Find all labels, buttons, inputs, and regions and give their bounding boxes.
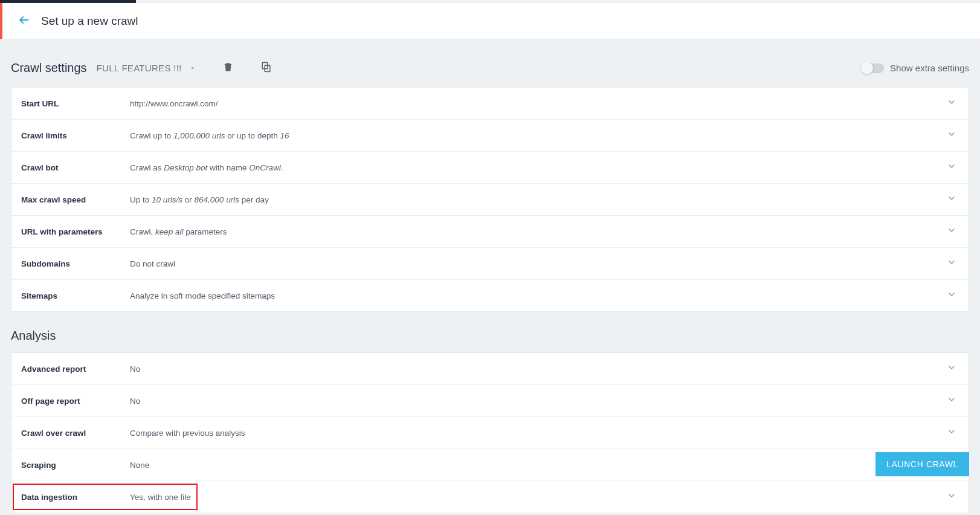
analysis-heading: Analysis	[11, 329, 969, 343]
analysis-row[interactable]: Off page reportNo	[11, 385, 969, 417]
caret-down-icon	[189, 63, 196, 73]
chevron-down-icon	[947, 363, 956, 375]
extra-settings-label: Show extra settings	[890, 63, 969, 73]
chevron-down-icon	[947, 193, 956, 206]
row-value: Up to 10 urls/s or 864,000 urls per day	[130, 195, 947, 204]
chevron-down-icon	[947, 427, 956, 439]
crawl-settings-header: Crawl settings FULL FEATURES !!! Show ex…	[11, 57, 969, 79]
chevron-down-icon	[947, 395, 956, 407]
page-header: Set up a new crawl	[0, 3, 980, 39]
row-value: Crawl as Desktop bot with name OnCrawl.	[130, 163, 947, 172]
row-value: No	[130, 397, 947, 406]
row-value: Analyze in soft mode specified sitemaps	[130, 291, 947, 300]
row-value: Do not crawl	[130, 259, 947, 268]
crawl-settings-row[interactable]: SubdomainsDo not crawl	[11, 248, 969, 280]
row-value: Crawl up to 1,000,000 urls or up to dept…	[130, 131, 947, 140]
chevron-down-icon	[947, 258, 956, 270]
row-label: URL with parameters	[21, 227, 130, 236]
crawl-settings-heading: Crawl settings	[11, 61, 87, 75]
chevron-down-icon	[947, 161, 956, 173]
page-title: Set up a new crawl	[41, 15, 138, 28]
analysis-row[interactable]: Advanced reportNo	[11, 353, 969, 385]
row-label: Subdomains	[21, 259, 130, 268]
chevron-down-icon	[947, 225, 956, 238]
row-label: Data ingestion	[21, 493, 130, 502]
row-label: Crawl over crawl	[21, 429, 130, 438]
row-value: Compare with previous analysis	[130, 429, 947, 438]
chevron-down-icon	[947, 97, 956, 109]
row-label: Start URL	[21, 99, 130, 108]
row-label: Advanced report	[21, 364, 130, 374]
analysis-panel: Advanced reportNoOff page reportNoCrawl …	[11, 352, 969, 513]
launch-crawl-button[interactable]: LAUNCH CRAWL	[875, 452, 969, 476]
extra-settings-toggle[interactable]	[862, 63, 884, 73]
row-value: No	[130, 364, 947, 374]
row-label: Max crawl speed	[21, 195, 130, 204]
back-arrow-icon[interactable]	[18, 14, 30, 28]
crawl-settings-panel: Start URLhttp://www.oncrawl.com/Crawl li…	[11, 87, 969, 312]
crawl-settings-row[interactable]: Crawl botCrawl as Desktop bot with name …	[11, 152, 969, 184]
crawl-settings-row[interactable]: Crawl limitsCrawl up to 1,000,000 urls o…	[11, 120, 969, 152]
analysis-row[interactable]: ScrapingNone	[11, 449, 969, 481]
chevron-down-icon	[947, 290, 956, 302]
trash-icon[interactable]	[219, 57, 237, 79]
crawl-settings-row[interactable]: SitemapsAnalyze in soft mode specified s…	[11, 280, 969, 311]
extra-settings-toggle-group: Show extra settings	[862, 63, 969, 73]
chevron-down-icon	[947, 129, 956, 141]
row-value: None	[130, 461, 947, 470]
row-label: Crawl bot	[21, 163, 130, 172]
row-value: http://www.oncrawl.com/	[130, 99, 947, 108]
row-label: Crawl limits	[21, 131, 130, 140]
crawl-settings-row[interactable]: Start URLhttp://www.oncrawl.com/	[11, 88, 969, 120]
row-value: Yes, with one file	[130, 493, 947, 502]
row-label: Sitemaps	[21, 291, 130, 300]
analysis-row[interactable]: Data ingestionYes, with one file	[11, 481, 969, 513]
crawl-settings-row[interactable]: Max crawl speedUp to 10 urls/s or 864,00…	[11, 184, 969, 216]
copy-icon[interactable]	[257, 57, 276, 79]
chevron-down-icon	[947, 491, 956, 503]
row-label: Scraping	[21, 461, 130, 470]
profile-dropdown-label: FULL FEATURES !!!	[97, 63, 182, 73]
profile-dropdown[interactable]: FULL FEATURES !!!	[97, 63, 196, 73]
crawl-settings-row[interactable]: URL with parametersCrawl, keep all param…	[11, 216, 969, 248]
row-label: Off page report	[21, 397, 130, 406]
analysis-row[interactable]: Crawl over crawlCompare with previous an…	[11, 417, 969, 449]
row-value: Crawl, keep all parameters	[130, 227, 947, 236]
